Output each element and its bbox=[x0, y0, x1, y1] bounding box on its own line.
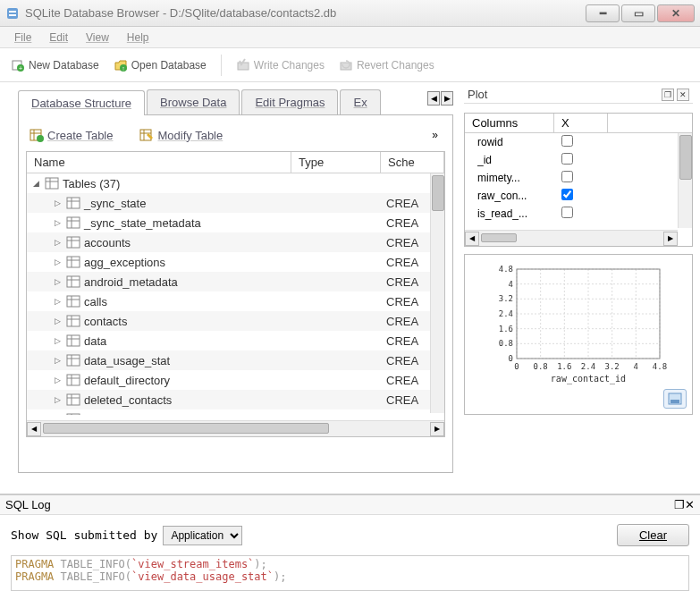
plot-save-button[interactable] bbox=[663, 389, 687, 409]
revert-icon bbox=[339, 58, 353, 72]
tree-header-name[interactable]: Name bbox=[27, 152, 291, 173]
tree-row-table[interactable]: ▷agg_exceptionsCREA bbox=[27, 252, 444, 272]
revert-changes-button[interactable]: Revert Changes bbox=[339, 58, 434, 72]
plot-panel-title: Plot ❐ ✕ bbox=[464, 86, 693, 104]
column-row[interactable]: mimety... bbox=[465, 169, 692, 187]
table-icon bbox=[66, 256, 80, 268]
tree-header-type[interactable]: Type bbox=[291, 152, 381, 173]
close-button[interactable]: ✕ bbox=[657, 4, 695, 22]
svg-rect-38 bbox=[67, 316, 80, 326]
svg-text:0: 0 bbox=[509, 354, 513, 363]
column-row[interactable]: rowid bbox=[465, 133, 692, 151]
svg-rect-87 bbox=[670, 400, 679, 403]
column-x-checkbox[interactable] bbox=[561, 189, 573, 200]
maximize-button[interactable]: ▭ bbox=[621, 4, 655, 22]
column-x-checkbox[interactable] bbox=[561, 207, 573, 218]
tree-root-tables[interactable]: ◢Tables (37) bbox=[27, 173, 444, 193]
plot-area: 00.81.62.43.244.800.81.62.43.244.8raw_co… bbox=[464, 254, 693, 415]
tree-row-table[interactable]: ▷_sync_state_metadataCREA bbox=[27, 213, 444, 232]
tree-header-schema[interactable]: Sche bbox=[381, 152, 444, 173]
toolbar-separator bbox=[221, 55, 222, 76]
expand-icon[interactable]: ▷ bbox=[52, 336, 63, 345]
column-row[interactable]: is_read_... bbox=[465, 205, 692, 223]
sqllog-filter-select[interactable]: Application bbox=[163, 526, 242, 545]
expand-icon[interactable]: ▷ bbox=[52, 376, 63, 384]
svg-text:0.8: 0.8 bbox=[499, 339, 513, 348]
new-database-button[interactable]: + New Database bbox=[11, 58, 99, 72]
menu-edit[interactable]: Edit bbox=[42, 30, 75, 46]
expand-icon[interactable]: ▷ bbox=[52, 198, 63, 207]
sqllog-clear-button[interactable]: Clear bbox=[617, 524, 689, 546]
expand-icon[interactable]: ▷ bbox=[52, 218, 63, 227]
create-table-button[interactable]: Create Table bbox=[30, 128, 113, 142]
tab-browse-data[interactable]: Browse Data bbox=[147, 89, 240, 114]
toolbar-overflow[interactable]: » bbox=[432, 129, 438, 141]
collapse-icon[interactable]: ◢ bbox=[30, 179, 41, 188]
tree-vscrollbar[interactable] bbox=[430, 173, 444, 413]
column-row[interactable]: _id bbox=[465, 151, 692, 169]
column-x-checkbox[interactable] bbox=[561, 135, 573, 147]
cols-hscrollbar[interactable]: ◀ ▶ bbox=[465, 230, 678, 246]
svg-rect-1 bbox=[9, 11, 16, 13]
table-icon bbox=[66, 295, 80, 308]
cols-header-columns[interactable]: Columns bbox=[465, 114, 554, 132]
expand-icon[interactable]: ▷ bbox=[52, 277, 63, 286]
tree-row-table[interactable]: ▷callsCREA bbox=[27, 291, 444, 311]
cols-hscroll-left[interactable]: ◀ bbox=[465, 232, 479, 246]
table-icon bbox=[66, 413, 80, 415]
column-x-checkbox[interactable] bbox=[561, 153, 573, 165]
expand-icon[interactable]: ▷ bbox=[52, 395, 63, 404]
column-row[interactable]: raw_con... bbox=[465, 187, 692, 205]
tree-row-table[interactable]: ▷deleted_contactsCREA bbox=[27, 390, 444, 409]
write-changes-button[interactable]: Write Changes bbox=[236, 58, 325, 72]
svg-text:0.8: 0.8 bbox=[534, 362, 548, 371]
expand-icon[interactable]: ▷ bbox=[52, 317, 63, 325]
svg-rect-32 bbox=[67, 276, 80, 287]
expand-icon[interactable]: ▷ bbox=[52, 356, 63, 365]
open-db-icon: ↑ bbox=[114, 58, 128, 72]
tree-row-table[interactable]: ▷accountsCREA bbox=[27, 232, 444, 252]
hscroll-left[interactable]: ◀ bbox=[27, 422, 41, 436]
menu-view[interactable]: View bbox=[79, 30, 116, 46]
tree-row-table[interactable]: ▷data_usage_statCREA bbox=[27, 350, 444, 370]
hscroll-right[interactable]: ▶ bbox=[430, 422, 444, 436]
tab-scroll-left[interactable]: ◀ bbox=[427, 91, 440, 106]
svg-text:4.8: 4.8 bbox=[499, 265, 513, 274]
open-database-button[interactable]: ↑ Open Database bbox=[114, 58, 207, 72]
cols-hscroll-right[interactable]: ▶ bbox=[663, 232, 678, 246]
expand-icon[interactable]: ▷ bbox=[52, 258, 63, 266]
cols-header-x[interactable]: X bbox=[554, 114, 608, 132]
modify-table-button[interactable]: Modify Table bbox=[139, 128, 223, 142]
plot-undock-button[interactable]: ❐ bbox=[662, 89, 674, 101]
tree-hscrollbar[interactable]: ◀ ▶ bbox=[27, 420, 444, 436]
sqllog-close-button[interactable]: ✕ bbox=[685, 498, 695, 511]
svg-text:↑: ↑ bbox=[122, 65, 125, 72]
tree-row-table[interactable]: ▷contactsCREA bbox=[27, 311, 444, 331]
menu-help[interactable]: Help bbox=[120, 30, 156, 46]
minimize-button[interactable]: ━ bbox=[586, 4, 620, 22]
plot-close-button[interactable]: ✕ bbox=[677, 89, 689, 101]
svg-text:1.6: 1.6 bbox=[557, 362, 571, 371]
expand-icon[interactable]: ▷ bbox=[52, 238, 63, 247]
tree-row-table[interactable]: ▷default_directoryCREA bbox=[27, 370, 444, 390]
tree-row-table[interactable]: ▷android_metadataCREA bbox=[27, 272, 444, 291]
svg-rect-50 bbox=[67, 394, 80, 405]
cols-vscrollbar[interactable] bbox=[678, 133, 692, 228]
sqllog-text[interactable]: PRAGMA TABLE_INFO(`view_stream_items`);P… bbox=[11, 555, 689, 591]
tab-database-structure[interactable]: Database Structure bbox=[18, 90, 145, 115]
sqllog-undock-button[interactable]: ❐ bbox=[674, 498, 685, 511]
tree-row-table[interactable]: ▷dialer_searchCREA bbox=[27, 409, 444, 415]
svg-rect-35 bbox=[67, 296, 80, 307]
svg-text:4: 4 bbox=[634, 362, 638, 371]
tab-truncated[interactable]: Ex bbox=[340, 89, 380, 114]
tab-scroll-right[interactable]: ▶ bbox=[441, 91, 453, 106]
tab-edit-pragmas[interactable]: Edit Pragmas bbox=[241, 89, 338, 114]
revert-changes-label: Revert Changes bbox=[357, 59, 434, 72]
expand-icon[interactable]: ▷ bbox=[52, 297, 63, 306]
tree-row-table[interactable]: ▷_sync_stateCREA bbox=[27, 193, 444, 213]
menu-file[interactable]: File bbox=[7, 30, 38, 46]
svg-rect-47 bbox=[67, 375, 80, 385]
column-x-checkbox[interactable] bbox=[561, 171, 573, 182]
table-icon bbox=[66, 374, 80, 386]
tree-row-table[interactable]: ▷dataCREA bbox=[27, 331, 444, 350]
